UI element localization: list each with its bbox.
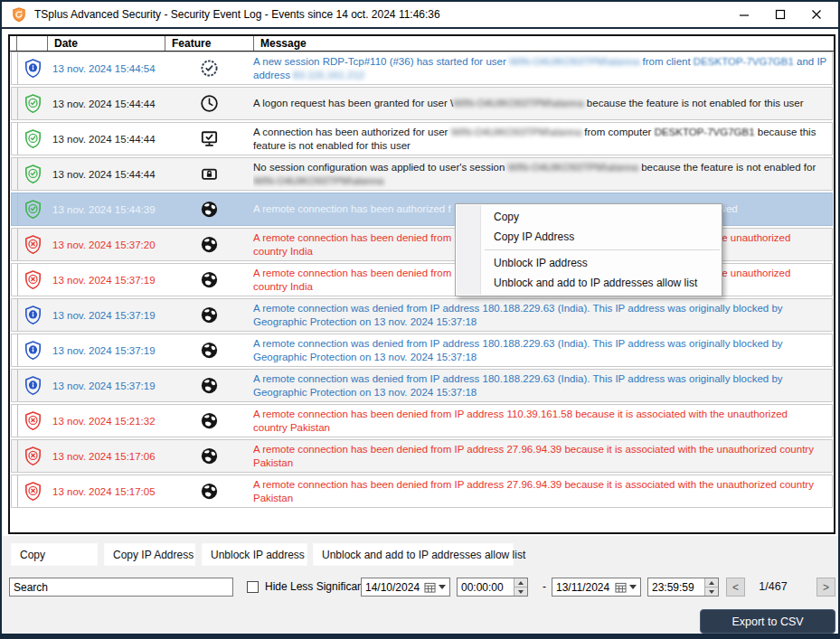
spin-down-button[interactable] [514, 587, 527, 596]
shield-deny-icon [18, 440, 48, 472]
arrow-up-icon [709, 581, 714, 585]
globe-icon [165, 264, 253, 296]
time-to-spinner[interactable]: 23:59:59 [647, 578, 719, 597]
globe-icon [165, 334, 253, 366]
redacted-text: 83.115.161.212 [293, 70, 364, 80]
event-row[interactable]: 13 nov. 2024 15:44:54 A new session RDP-… [11, 52, 833, 85]
event-date: 13 nov. 2024 15:44:54 [48, 52, 165, 84]
event-row[interactable]: 13 nov. 2024 15:17:06 A remote connectio… [11, 439, 833, 473]
event-row[interactable]: 13 nov. 2024 15:44:44 A connection has b… [11, 122, 833, 155]
event-date: 13 nov. 2024 15:17:06 [48, 440, 165, 472]
unblock-allowlist-button[interactable]: Unblock and add to IP addresses allow li… [313, 543, 514, 566]
row-header-cell [12, 370, 18, 401]
event-row[interactable]: 13 nov. 2024 15:44:44 A logon request ha… [11, 87, 833, 120]
badge-check-icon [165, 52, 253, 84]
globe-icon [165, 475, 253, 507]
search-input[interactable] [9, 578, 233, 597]
redacted-text: DESKTOP-7VG7GB1 [694, 56, 794, 67]
event-row[interactable]: 13 nov. 2024 15:21:32 A remote connectio… [11, 404, 833, 437]
spin-down-button[interactable] [705, 587, 718, 596]
redacted-text: WIN-O4UIKO93TPM\alanna [508, 162, 638, 173]
maximize-button[interactable] [762, 3, 798, 26]
shield-deny-icon [18, 475, 48, 507]
event-message: A remote connection was denied from IP a… [253, 370, 832, 401]
time-from-value: 00:00:00 [461, 581, 514, 594]
spin-up-button[interactable] [514, 578, 527, 587]
event-message: A logon request has been granted for use… [253, 88, 832, 119]
shield-deny-icon [18, 264, 48, 296]
calendar-icon [424, 582, 436, 593]
shield-check-icon [18, 123, 48, 155]
event-message: A remote connection was denied from IP a… [253, 334, 832, 366]
redacted-text: DESKTOP-7VG7GB1 [655, 127, 755, 137]
hide-less-significant-checkbox[interactable] [247, 581, 259, 593]
globe-icon [165, 193, 253, 225]
shield-info-icon [18, 370, 48, 401]
maximize-icon [775, 9, 786, 20]
date-from-picker[interactable]: 14/10/2024 [361, 578, 450, 597]
redacted-text: WIN-O4UIKO93TPM\alanna [509, 56, 639, 67]
globe-icon [165, 440, 253, 472]
date-column-header[interactable]: Date [48, 36, 165, 51]
event-date: 13 nov. 2024 15:44:44 [48, 123, 165, 155]
event-row[interactable]: 13 nov. 2024 15:17:05 A remote connectio… [11, 475, 833, 508]
bottom-panel: Copy Copy IP Address Unblock IP address … [2, 536, 838, 634]
previous-page-button[interactable]: < [726, 578, 745, 597]
date-to-picker[interactable]: 13/11/2024 [552, 578, 641, 597]
monitor-check-icon [165, 123, 253, 155]
calendar-icon [615, 582, 627, 593]
event-date: 13 nov. 2024 15:44:44 [48, 158, 165, 190]
row-header-cell [12, 88, 18, 119]
export-to-csv-button[interactable]: Export to CSV [700, 609, 835, 634]
page-indicator: 1/467 [752, 580, 794, 593]
row-header-column [10, 36, 17, 51]
tsplus-shield-logo-icon [11, 6, 27, 23]
shield-deny-icon [18, 229, 48, 260]
event-row[interactable]: 13 nov. 2024 15:37:19 A remote connectio… [11, 334, 833, 367]
close-icon [811, 9, 822, 20]
date-from-value: 14/10/2024 [365, 581, 424, 594]
context-menu-item-unblock-allowlist[interactable]: Unblock and add to IP addresses allow li… [456, 273, 722, 293]
shield-info-icon [18, 299, 48, 331]
shield-check-icon [18, 158, 48, 190]
feature-column-header[interactable]: Feature [165, 36, 254, 51]
filter-bar: Hide Less Significant 14/10/2024 00:00:0… [2, 578, 838, 597]
copy-ip-address-button[interactable]: Copy IP Address [104, 543, 195, 566]
close-button[interactable] [798, 3, 835, 26]
arrow-down-icon [518, 590, 524, 594]
window-title: TSplus Advanced Security - Security Even… [34, 8, 726, 21]
event-row[interactable]: 13 nov. 2024 15:37:19 A remote connectio… [11, 369, 833, 402]
time-from-spinner[interactable]: 00:00:00 [457, 578, 528, 597]
event-message: No session configuration was applied to … [253, 158, 832, 190]
minimize-icon [739, 9, 750, 20]
row-header-cell [12, 440, 18, 472]
row-header-cell [12, 334, 18, 366]
shield-info-icon [18, 334, 48, 366]
event-date: 13 nov. 2024 15:37:19 [48, 370, 165, 401]
status-column-header [17, 36, 48, 51]
globe-icon [165, 229, 253, 260]
shield-check-icon [18, 88, 48, 119]
unblock-ip-address-button[interactable]: Unblock IP address [202, 543, 307, 566]
event-message: A new session RDP-Tcp#110 (#36) has star… [253, 52, 832, 84]
event-date: 13 nov. 2024 15:17:05 [48, 475, 165, 507]
hide-less-significant-label[interactable]: Hide Less Significant [265, 580, 366, 593]
event-date: 13 nov. 2024 15:44:39 [48, 193, 165, 225]
context-menu-item-unblock-ip[interactable]: Unblock IP address [456, 253, 722, 273]
event-date: 13 nov. 2024 15:44:44 [48, 88, 165, 119]
globe-icon [165, 370, 253, 401]
spin-up-button[interactable] [705, 578, 718, 587]
redacted-text: WIN-O4UIKO93TPM\alanna [253, 175, 383, 186]
next-page-button[interactable]: > [816, 578, 835, 597]
row-header-cell [12, 475, 18, 507]
arrow-up-icon [518, 581, 524, 585]
context-menu-item-copy-ip[interactable]: Copy IP Address [456, 227, 722, 247]
copy-button[interactable]: Copy [11, 543, 98, 566]
event-row[interactable]: 13 nov. 2024 15:44:44 No session configu… [11, 157, 833, 191]
globe-icon [165, 405, 253, 437]
event-row[interactable]: 13 nov. 2024 15:37:19 A remote connectio… [11, 298, 833, 332]
message-column-header[interactable]: Message [254, 36, 834, 51]
minimize-button[interactable] [726, 3, 762, 26]
context-menu-item-copy[interactable]: Copy [456, 207, 722, 227]
redacted-text: WIN-O4UIKO93TPM\alanna [453, 98, 583, 108]
